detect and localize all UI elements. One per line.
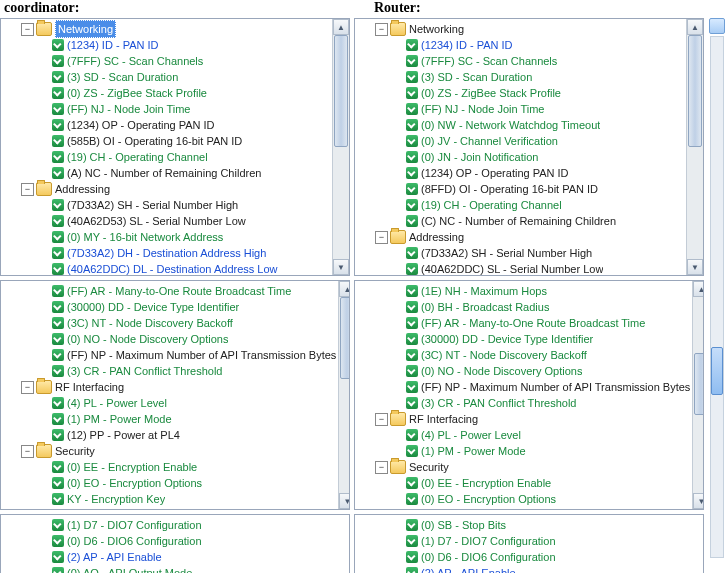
scrollbar[interactable]: ▲ ▼ [332,19,349,275]
tree-row[interactable]: (7D33A2) SH - Serial Number High [357,245,684,261]
tree-row[interactable]: (3) SD - Scan Duration [3,69,330,85]
tree-row[interactable]: (30000) DD - Device Type Identifier [357,331,690,347]
tree-row[interactable]: (FF) NP - Maximum Number of API Transmis… [357,379,690,395]
tree-row[interactable]: −Networking [357,21,684,37]
tree-row[interactable]: (3C) NT - Node Discovery Backoff [3,315,336,331]
tree-row[interactable]: (4) PL - Power Level [357,427,690,443]
tree-row[interactable]: (4) PL - Power Level [3,395,336,411]
scroll-down-icon[interactable]: ▼ [687,259,703,275]
tree-row[interactable]: (0) ZS - ZigBee Stack Profile [357,85,684,101]
tree-row[interactable]: (1E) NH - Maximum Hops [357,283,690,299]
collapse-icon[interactable]: − [21,23,34,36]
tree-row[interactable]: (8FFD) OI - Operating 16-bit PAN ID [357,181,684,197]
scroll-thumb[interactable] [688,35,702,147]
scroll-thumb[interactable] [711,347,723,395]
tree-row[interactable]: (7FFF) SC - Scan Channels [3,53,330,69]
tree-row[interactable]: (1) D7 - DIO7 Configuration [357,533,701,549]
tree-row[interactable]: −RF Interfacing [357,411,690,427]
tree-row[interactable]: (0) BH - Broadcast Radius [357,299,690,315]
tree[interactable]: (FF) AR - Many-to-One Route Broadcast Ti… [1,281,338,509]
tree-row[interactable]: −Addressing [3,181,330,197]
tree-row[interactable]: (12) PP - Power at PL4 [3,427,336,443]
tree-row[interactable]: (2) AP - API Enable [3,549,347,565]
collapse-icon[interactable]: − [375,461,388,474]
scroll-up-icon[interactable]: ▲ [687,19,703,35]
tree-row[interactable]: (3) SD - Scan Duration [357,69,684,85]
tree-row[interactable]: (1234) ID - PAN ID [3,37,330,53]
scroll-up-icon[interactable] [709,18,725,34]
tree-row[interactable]: (0) D6 - DIO6 Configuration [3,533,347,549]
tree-row[interactable]: (FF) AR - Many-to-One Route Broadcast Ti… [357,315,690,331]
tree-row[interactable]: (40A62DDC) SL - Serial Number Low [357,261,684,275]
tree-row[interactable]: NK - Network Encryption Key [3,507,336,509]
tree-row[interactable]: (7D33A2) SH - Serial Number High [3,197,330,213]
tree-row[interactable]: (0) SB - Stop Bits [357,517,701,533]
tree-row[interactable]: −RF Interfacing [3,379,336,395]
tree[interactable]: −Networking(1234) ID - PAN ID(7FFF) SC -… [1,19,332,275]
scroll-down-icon[interactable]: ▼ [339,493,349,509]
scroll-down-icon[interactable]: ▼ [333,259,349,275]
tree-row[interactable]: (19) CH - Operating Channel [357,197,684,213]
page-scrollbar[interactable] [708,18,726,573]
tree-row[interactable]: (0) NO - Node Discovery Options [3,331,336,347]
tree-row[interactable]: (0) EE - Encryption Enable [3,459,336,475]
tree-row[interactable]: (1) D7 - DIO7 Configuration [3,517,347,533]
tree[interactable]: (1E) NH - Maximum Hops(0) BH - Broadcast… [355,281,692,509]
tree-row[interactable]: (30000) DD - Device Type Identifier [3,299,336,315]
tree-row[interactable]: −Security [357,459,690,475]
scrollbar[interactable]: ▲ ▼ [692,281,703,509]
tree[interactable]: (1) D7 - DIO7 Configuration(0) D6 - DIO6… [1,515,349,573]
tree-row[interactable]: (0) JN - Join Notification [357,149,684,165]
tree-row[interactable]: (7FFF) SC - Scan Channels [357,53,684,69]
tree-row[interactable]: (0) EO - Encryption Options [3,475,336,491]
tree-row[interactable]: KY - Encryption Key [357,507,690,509]
tree-row[interactable]: (A) NC - Number of Remaining Children [3,165,330,181]
tree-row[interactable]: (585B) OI - Operating 16-bit PAN ID [3,133,330,149]
tree-row[interactable]: (1) PM - Power Mode [357,443,690,459]
collapse-icon[interactable]: − [375,23,388,36]
collapse-icon[interactable]: − [21,381,34,394]
scroll-thumb[interactable] [334,35,348,147]
tree-row[interactable]: (0) MY - 16-bit Network Address [3,229,330,245]
collapse-icon[interactable]: − [375,413,388,426]
tree[interactable]: (0) SB - Stop Bits(1) D7 - DIO7 Configur… [355,515,703,573]
tree-row[interactable]: (0) NO - Node Discovery Options [357,363,690,379]
tree-row[interactable]: (3) CR - PAN Conflict Threshold [357,395,690,411]
scrollbar[interactable]: ▲ ▼ [686,19,703,275]
tree-row[interactable]: (FF) AR - Many-to-One Route Broadcast Ti… [3,283,336,299]
scroll-thumb[interactable] [694,353,703,415]
tree-row[interactable]: (1234) OP - Operating PAN ID [357,165,684,181]
tree-row[interactable]: (0) AO - API Output Mode [3,565,347,573]
tree-row[interactable]: (FF) NP - Maximum Number of API Transmis… [3,347,336,363]
scroll-up-icon[interactable]: ▲ [693,281,703,297]
collapse-icon[interactable]: − [375,231,388,244]
tree-row[interactable]: (0) ZS - ZigBee Stack Profile [3,85,330,101]
scroll-up-icon[interactable]: ▲ [339,281,349,297]
tree-row[interactable]: KY - Encryption Key [3,491,336,507]
tree-row[interactable]: (1) PM - Power Mode [3,411,336,427]
tree-row[interactable]: −Addressing [357,229,684,245]
scrollbar[interactable]: ▲ ▼ [338,281,349,509]
tree-row[interactable]: (0) JV - Channel Verification [357,133,684,149]
tree-row[interactable]: (FF) NJ - Node Join Time [3,101,330,117]
tree-row[interactable]: (0) EO - Encryption Options [357,491,690,507]
tree-row[interactable]: (FF) NJ - Node Join Time [357,101,684,117]
tree-row[interactable]: (0) EE - Encryption Enable [357,475,690,491]
scroll-up-icon[interactable]: ▲ [333,19,349,35]
collapse-icon[interactable]: − [21,183,34,196]
tree-row[interactable]: (3C) NT - Node Discovery Backoff [357,347,690,363]
tree[interactable]: −Networking(1234) ID - PAN ID(7FFF) SC -… [355,19,686,275]
tree-row[interactable]: (C) NC - Number of Remaining Children [357,213,684,229]
tree-row[interactable]: (0) NW - Network Watchdog Timeout [357,117,684,133]
tree-row[interactable]: (3) CR - PAN Conflict Threshold [3,363,336,379]
tree-row[interactable]: (40A62D53) SL - Serial Number Low [3,213,330,229]
collapse-icon[interactable]: − [21,445,34,458]
tree-row[interactable]: (1234) OP - Operating PAN ID [3,117,330,133]
tree-row[interactable]: (1234) ID - PAN ID [357,37,684,53]
tree-row[interactable]: −Networking [3,21,330,37]
scroll-down-icon[interactable]: ▼ [693,493,703,509]
scroll-thumb[interactable] [340,297,349,379]
tree-row[interactable]: (2) AP - API Enable [357,565,701,573]
tree-row[interactable]: (19) CH - Operating Channel [3,149,330,165]
tree-row[interactable]: (7D33A2) DH - Destination Address High [3,245,330,261]
